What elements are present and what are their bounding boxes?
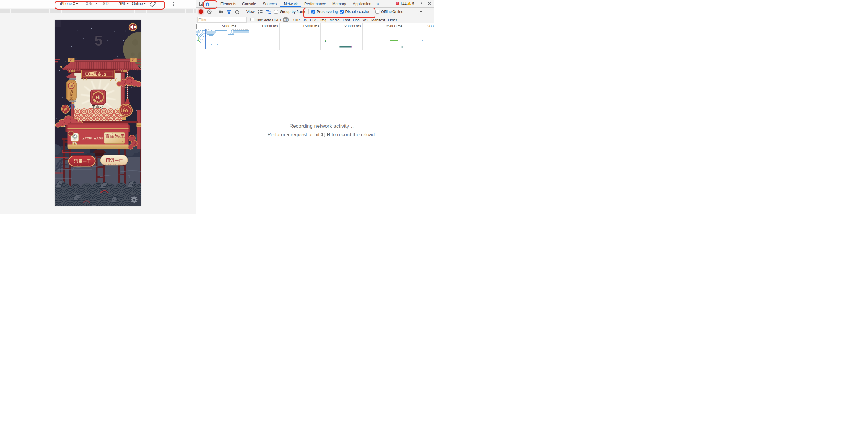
svg-text:5: 5: [104, 72, 106, 76]
svg-text::: :: [102, 72, 103, 76]
svg-text:99: 99: [72, 141, 76, 146]
svg-text:5: 5: [94, 32, 102, 48]
svg-text:1: 1: [70, 131, 72, 136]
